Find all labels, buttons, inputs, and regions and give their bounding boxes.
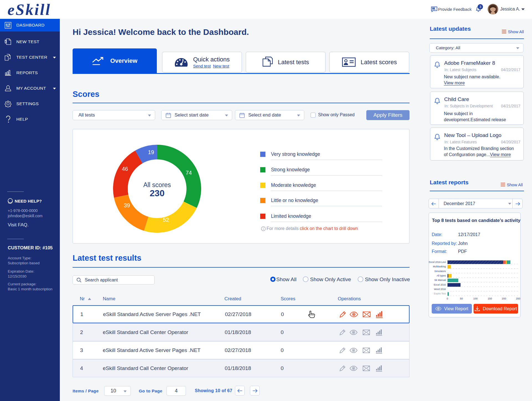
svg-text:230: 230: [150, 188, 164, 198]
svg-text:Expire Test: Expire Test: [434, 292, 446, 295]
svg-text:52: 52: [163, 217, 169, 223]
svg-text:Multitasking: Multitasking: [433, 265, 446, 268]
svg-text:Excel 2016 Levi: Excel 2016 Levi: [429, 261, 446, 263]
svg-text:Sk Manual: Sk Manual: [434, 279, 446, 281]
svg-text:0: 0: [447, 297, 448, 300]
svg-text:46: 46: [122, 166, 128, 172]
svg-text:All scores: All scores: [143, 181, 171, 188]
svg-text:74: 74: [186, 170, 192, 176]
svg-text:Excel 2016: Excel 2016: [434, 283, 446, 286]
svg-text:200: 200: [502, 297, 506, 300]
svg-text:150: 150: [488, 297, 492, 300]
svg-text:19: 19: [148, 149, 154, 155]
svg-text:39: 39: [124, 202, 130, 208]
svg-text:All types: All types: [437, 274, 446, 277]
svg-text:250: 250: [516, 297, 520, 300]
svg-text:100: 100: [473, 297, 478, 300]
svg-text:50: 50: [460, 297, 463, 300]
svg-text:Simulators: Simulators: [434, 270, 446, 273]
svg-text:Word 2016: Word 2016: [434, 288, 446, 291]
